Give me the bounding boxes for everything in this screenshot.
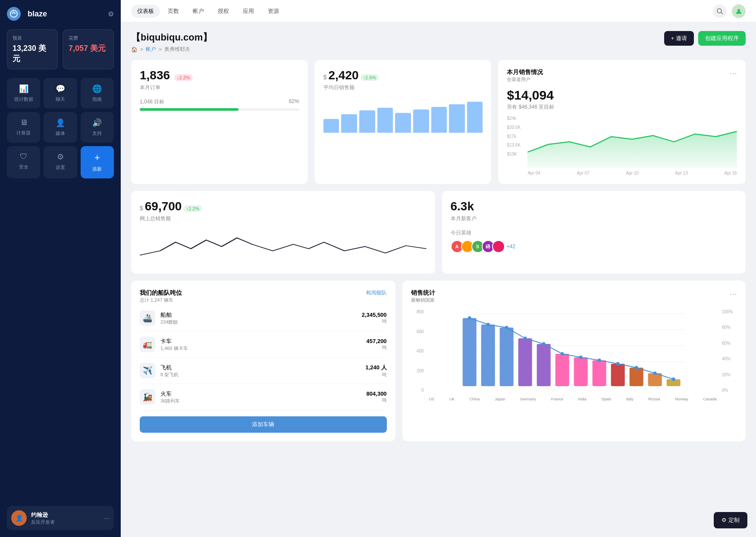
y-axis-left: 800 600 400 200 0 xyxy=(411,309,424,401)
fleet-card: 我们的船队吨位 总计 1,247 辆车 检阅舰队 🚢 船舶 234艘舰 2,34… xyxy=(131,281,395,441)
y-right-6: 0% xyxy=(722,388,737,393)
breadcrumb-home-icon: 🏠 xyxy=(131,47,138,53)
orders-value: 1,836 xyxy=(140,69,170,82)
sales-month-more-icon[interactable]: ⋯ xyxy=(729,69,737,78)
svg-point-24 xyxy=(505,326,508,329)
new-customers-label: 本月新客户 xyxy=(451,215,737,222)
progress-section: 1,048 目标 62% xyxy=(140,98,299,111)
stats-grid: 1,836 ↓2.2% 本月订单 1,048 目标 62% $ xyxy=(131,60,746,184)
customize-button[interactable]: ⚙ 定制 xyxy=(714,512,747,528)
svg-rect-13 xyxy=(518,338,532,386)
y-right-2: 80% xyxy=(722,325,737,330)
x-axis-country-labels: US UK China Japan Germany France India S… xyxy=(427,397,718,401)
security-label: 安全 xyxy=(19,164,28,170)
sales-stats-card: 销售统计 最畅销国家 ⋯ 800 600 400 200 0 xyxy=(402,281,746,441)
tab-dashboard[interactable]: 仪表板 xyxy=(131,5,160,18)
fleet-train-unit: 吨 xyxy=(367,397,387,403)
nav-item-settings[interactable]: ⚙ 设置 xyxy=(44,146,77,178)
svg-point-32 xyxy=(653,372,656,375)
nav-item-media[interactable]: 👤 媒体 xyxy=(44,112,77,143)
svg-point-28 xyxy=(579,356,582,359)
fleet-train-name: 火车 xyxy=(160,390,367,398)
x-axis-labels: Apr 04 Apr 07 Apr 10 Apr 13 Apr 16 xyxy=(527,171,737,175)
y-right-5: 20% xyxy=(722,372,737,377)
progress-bar xyxy=(140,108,299,111)
sidebar-footer: 👤 约翰逊 反应开发者 ⋯ xyxy=(7,506,114,530)
security-icon: 🛡 xyxy=(20,152,28,161)
bar-9 xyxy=(467,102,483,133)
svg-rect-12 xyxy=(499,328,513,386)
svg-line-2 xyxy=(721,12,723,14)
support-icon: 🔊 xyxy=(92,118,102,128)
tab-auth[interactable]: 授权 xyxy=(212,5,235,18)
fleet-truck-unit: 吨 xyxy=(367,344,387,351)
main: 仪表板 页数 帐户 授权 应用 资源 【biqubiqu.com】 🏠 > xyxy=(121,0,756,537)
tab-account[interactable]: 帐户 xyxy=(187,5,210,18)
fleet-train-amount: 804,300 xyxy=(367,390,387,397)
fleet-link[interactable]: 检阅舰队 xyxy=(366,289,387,297)
top-nav-actions xyxy=(713,4,746,18)
tab-apps[interactable]: 应用 xyxy=(237,5,260,18)
country-japan: Japan xyxy=(495,397,505,401)
svg-point-0 xyxy=(10,10,17,17)
svg-point-26 xyxy=(542,342,545,346)
y-axis-labels: $24k $20.5K $17k $13.5K $10K xyxy=(507,116,525,163)
tab-resources[interactable]: 资源 xyxy=(262,5,285,18)
sales-month-title-section: 本月销售情况 全渠道用户 xyxy=(507,69,543,83)
nav-item-add[interactable]: + 添新 xyxy=(81,146,114,178)
calc-label: 计算器 xyxy=(16,130,31,136)
fleet-train-count: 36路列车 xyxy=(160,398,367,404)
page-header: 【biqubiqu.com】 🏠 > 帐户 > 奥弗维耶夫 + 邀请 创建应用程… xyxy=(131,31,746,53)
page-actions: + 邀请 创建应用程序 xyxy=(664,31,746,46)
budget-section: 预算 13,230 美元 花费 7,057 美元 xyxy=(7,29,114,69)
orders-badge: ↓2.2% xyxy=(174,74,193,81)
tab-pages[interactable]: 页数 xyxy=(162,5,185,18)
nav-item-chat[interactable]: 💬 聊天 xyxy=(44,78,77,109)
fleet-plane-count: 8 架飞机 xyxy=(160,372,365,378)
daily-sales-badge: ↑2.6% xyxy=(361,74,379,81)
fleet-plane-name: 飞机 xyxy=(160,364,365,372)
total-sales-value: 69,700 xyxy=(145,200,182,213)
country-us: US xyxy=(429,397,435,401)
country-spain: Spain xyxy=(601,397,611,401)
svg-point-31 xyxy=(634,366,638,369)
bar-4 xyxy=(377,108,393,133)
user-info: 👤 约翰逊 反应开发者 xyxy=(11,510,55,526)
nav-item-calc[interactable]: 🖥 计算器 xyxy=(7,112,40,143)
heroes-label: 今日英雄 xyxy=(451,229,737,237)
svg-point-1 xyxy=(717,9,721,13)
nav-item-guide[interactable]: 🌐 指南 xyxy=(81,78,114,109)
bar-2 xyxy=(341,114,357,133)
sales-month-title: 本月销售情况 xyxy=(507,69,543,76)
settings-icon[interactable]: ⚙ xyxy=(108,10,114,18)
country-chart-container: 800 600 400 200 0 xyxy=(411,309,737,401)
user-details: 约翰逊 反应开发者 xyxy=(31,511,55,525)
nav-item-stats[interactable]: 📊 统计数据 xyxy=(7,78,40,109)
invite-button[interactable]: + 邀请 xyxy=(664,31,694,46)
hero-5 xyxy=(492,240,505,253)
user-button[interactable] xyxy=(732,4,746,18)
add-vehicle-button[interactable]: 添加车辆 xyxy=(140,416,387,433)
search-button[interactable] xyxy=(713,4,727,18)
svg-point-33 xyxy=(671,378,675,381)
fleet-subtitle: 总计 1,247 辆车 xyxy=(140,297,182,303)
country-germany: Germany xyxy=(520,397,536,401)
x-label-5: Apr 16 xyxy=(724,171,737,175)
user-more-icon[interactable]: ⋯ xyxy=(104,515,110,521)
y-left-2: 600 xyxy=(411,329,424,334)
media-label: 媒体 xyxy=(56,130,65,137)
fleet-header: 我们的船队吨位 总计 1,247 辆车 检阅舰队 xyxy=(140,289,387,303)
y-right-4: 40% xyxy=(722,356,737,361)
breadcrumb-account[interactable]: 帐户 xyxy=(146,46,156,53)
sales-stats-more-icon[interactable]: ⋯ xyxy=(729,289,737,299)
create-app-button[interactable]: 创建应用程序 xyxy=(698,31,746,46)
nav-item-support[interactable]: 🔊 支持 xyxy=(81,112,114,143)
ship-icon: 🚢 xyxy=(140,310,155,326)
country-italy: Italy xyxy=(626,397,634,401)
total-sales-card: $ 69,700 ↑2.2% 网上总销售额 xyxy=(131,191,435,274)
svg-rect-15 xyxy=(555,354,569,386)
breadcrumb: 🏠 > 帐户 > 奥弗维耶夫 xyxy=(131,46,212,53)
nav-item-security[interactable]: 🛡 安全 xyxy=(7,146,40,178)
fleet-truck-name: 卡车 xyxy=(160,337,367,345)
svg-point-25 xyxy=(523,337,527,340)
